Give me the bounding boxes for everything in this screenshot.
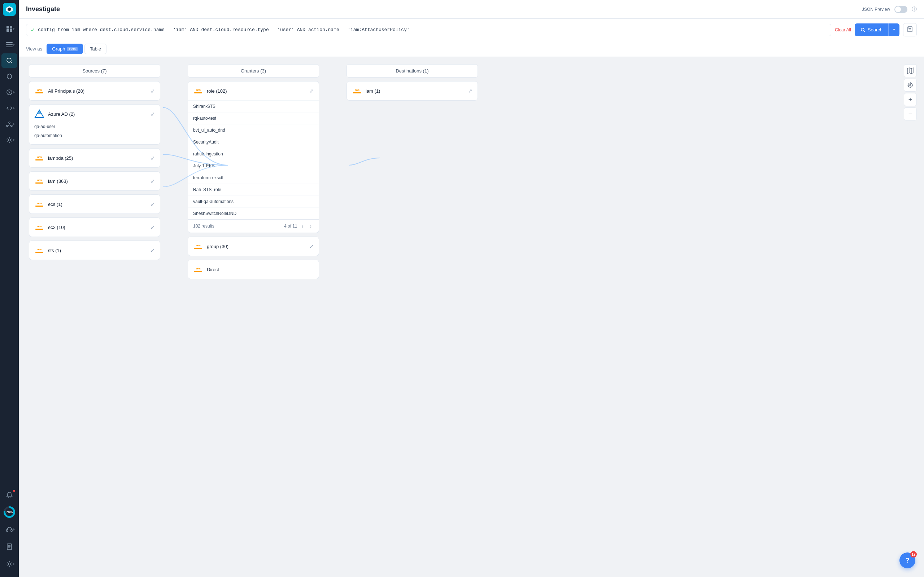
role-item-8: vault-qa-automations [188, 196, 319, 208]
sidebar-item-menu[interactable] [2, 37, 17, 52]
svg-point-25 [909, 84, 911, 86]
help-icon: ? [906, 557, 909, 564]
app-logo[interactable] [3, 3, 16, 16]
next-page-button[interactable]: › [307, 222, 313, 230]
sidebar-item-bell[interactable] [2, 488, 17, 502]
direct-card: aws Direct [188, 259, 319, 279]
azure-ad-header: Azure AD (2) ⤢ [34, 109, 155, 119]
ecs-card: aws ecs (1) ⤢ [29, 194, 160, 214]
sidebar-item-reports[interactable] [2, 540, 17, 554]
sidebar-item-investigate[interactable] [2, 53, 17, 68]
svg-rect-1 [10, 26, 12, 29]
group-expand-icon[interactable]: ⤢ [309, 243, 313, 249]
chevron-down-icon [892, 28, 896, 31]
target-icon [907, 82, 914, 89]
right-connector-space [322, 64, 344, 570]
sidebar-item-headset[interactable] [2, 522, 17, 537]
sidebar-item-chevron-1[interactable] [2, 85, 17, 100]
json-preview-toggle[interactable] [894, 6, 908, 13]
json-preview-label: JSON Preview [862, 7, 890, 12]
lambda-expand-icon[interactable]: ⤢ [150, 155, 155, 161]
zoom-out-icon: − [908, 111, 913, 117]
all-principals-expand-icon[interactable]: ⤢ [150, 88, 155, 94]
search-button-group: Search [855, 23, 900, 36]
iam-source-expand-icon[interactable]: ⤢ [150, 178, 155, 184]
role-card-header: aws role (102) ⤢ [188, 82, 319, 101]
tab-graph[interactable]: Graph Beta [47, 44, 83, 54]
ecs-expand-icon[interactable]: ⤢ [150, 201, 155, 207]
all-principals-card: aws All Principals (28) ⤢ [29, 81, 160, 101]
azure-ad-expand-icon[interactable]: ⤢ [150, 111, 155, 117]
lambda-name: lambda (25) [48, 155, 73, 161]
azure-ad-children: qa-ad-user qa-automation [34, 122, 155, 140]
svg-point-12 [8, 139, 10, 141]
lambda-card: aws lambda (25) ⤢ [29, 148, 160, 168]
target-button[interactable] [904, 79, 917, 92]
zoom-out-button[interactable]: − [904, 108, 917, 121]
zoom-in-button[interactable]: + [904, 93, 917, 106]
progress-value: 78% [5, 508, 13, 516]
svg-point-16 [8, 563, 10, 565]
group-name: group (30) [207, 244, 228, 249]
role-expand-icon[interactable]: ⤢ [309, 88, 313, 94]
sub-item-qa-automation: qa-automation [34, 131, 155, 140]
save-button[interactable] [903, 23, 917, 36]
svg-marker-21 [908, 68, 913, 74]
search-button[interactable]: Search [855, 23, 888, 36]
clear-all-button[interactable]: Clear All [835, 27, 851, 32]
main-content: Investigate JSON Preview ⓘ ✓ config from… [19, 0, 924, 577]
svg-rect-13 [6, 529, 8, 532]
sidebar-item-settings[interactable] [2, 133, 17, 147]
svg-rect-2 [6, 29, 9, 32]
sidebar: 78% [0, 0, 19, 577]
sidebar-item-shield[interactable] [2, 69, 17, 84]
topbar: Investigate JSON Preview ⓘ [19, 0, 924, 19]
page-indicator: 4 of 11 [284, 224, 297, 229]
sidebar-item-code[interactable] [2, 101, 17, 115]
help-button[interactable]: 17 ? [900, 553, 915, 568]
search-label: Search [868, 27, 882, 32]
iam-dest-expand-icon[interactable]: ⤢ [468, 88, 472, 94]
aws-icon-ec2: aws [34, 222, 44, 232]
graph-columns-container: Sources (7) aws All Principals (2 [26, 64, 917, 570]
aws-icon-direct: aws [193, 264, 203, 274]
prev-page-button[interactable]: ‹ [300, 222, 306, 230]
search-dropdown-button[interactable] [888, 23, 900, 36]
role-list: Shiran-STS rql-auto-test bvt_ui_auto_dnd… [188, 101, 319, 219]
info-icon[interactable]: ⓘ [912, 6, 917, 13]
tab-table-label: Table [90, 46, 101, 52]
sidebar-item-progress[interactable]: 78% [2, 505, 17, 519]
sidebar-item-settings-bottom[interactable] [2, 557, 17, 571]
sources-header: Sources (7) [29, 64, 160, 77]
topbar-right: JSON Preview ⓘ [862, 6, 917, 13]
azure-ad-card: Azure AD (2) ⤢ qa-ad-user qa-automation [29, 104, 160, 145]
sts-expand-icon[interactable]: ⤢ [150, 247, 155, 253]
iam-dest-card: aws iam (1) ⤢ [347, 81, 478, 101]
sidebar-item-network[interactable] [2, 117, 17, 131]
ec2-name: ec2 (10) [48, 225, 65, 230]
pagination-controls: 4 of 11 ‹ › [284, 222, 313, 230]
role-item-3: SecurityAudit [188, 136, 319, 148]
sidebar-item-dashboard[interactable] [2, 22, 17, 36]
aws-icon-ecs: aws [34, 199, 44, 209]
granters-header: Granters (3) [188, 64, 319, 77]
tab-table[interactable]: Table [84, 44, 107, 54]
query-text[interactable]: config from iam where dest.cloud.service… [38, 27, 410, 32]
azure-ad-name: Azure AD (2) [48, 111, 75, 117]
svg-rect-3 [10, 29, 12, 32]
aws-icon-lambda: aws [34, 153, 44, 163]
sts-card: aws sts (1) ⤢ [29, 240, 160, 260]
svg-rect-18 [908, 27, 912, 32]
map-button[interactable] [904, 64, 917, 77]
notification-dot [13, 490, 15, 492]
iam-source-card: aws iam (363) ⤢ [29, 171, 160, 191]
results-total: 102 results [193, 224, 215, 229]
map-controls: + − [904, 64, 917, 121]
aws-icon-role: aws [193, 86, 203, 96]
role-card: aws role (102) ⤢ Shiran-STS rql-auto-tes… [188, 81, 319, 233]
view-tabs: View as Graph Beta Table [19, 41, 924, 57]
all-principals-name: All Principals (28) [48, 89, 84, 94]
sources-column: Sources (7) aws All Principals (2 [26, 64, 163, 570]
ec2-expand-icon[interactable]: ⤢ [150, 224, 155, 230]
search-icon [861, 27, 866, 32]
